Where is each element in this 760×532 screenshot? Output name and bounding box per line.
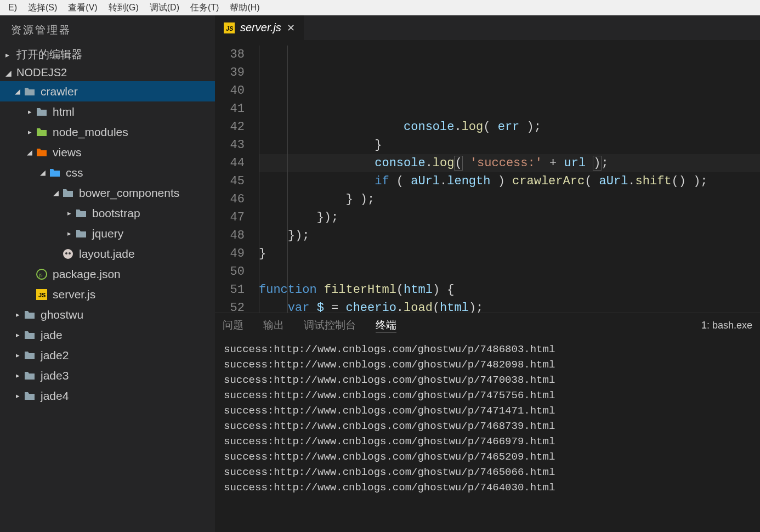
js-icon: JS xyxy=(224,22,235,33)
editor-area: JS server.js ✕ 3839404142434445464748495… xyxy=(215,15,760,532)
panel-tab-0[interactable]: 问题 xyxy=(223,318,243,332)
folder-icon xyxy=(61,188,75,198)
line-number: 48 xyxy=(215,227,245,245)
terminal-selector[interactable]: 1: bash.exe xyxy=(701,320,752,331)
tree-item-label: bootstrap xyxy=(92,207,140,220)
json-node-icon: js xyxy=(35,269,48,280)
code-line[interactable]: console.log( err ); xyxy=(259,118,760,136)
folder-icon xyxy=(75,229,88,239)
panel-tab-3[interactable]: 终端 xyxy=(376,318,396,333)
tree-item-crawler[interactable]: ◢crawler xyxy=(0,81,215,101)
js-icon: JS xyxy=(35,289,48,300)
folder-node-icon xyxy=(35,127,48,137)
tree-item-label: bower_components xyxy=(79,186,179,200)
code-line[interactable]: }); xyxy=(259,227,760,245)
tree-item-label: views xyxy=(53,146,82,159)
chevron-right-icon: ▸ xyxy=(24,128,35,136)
close-icon[interactable]: ✕ xyxy=(287,22,295,34)
chevron-right-icon: ▸ xyxy=(5,50,16,59)
line-number: 46 xyxy=(215,190,245,208)
tree-item-label: jade xyxy=(41,329,63,342)
chevron-down-icon: ◢ xyxy=(5,69,16,77)
terminal-output[interactable]: success:http://www.cnblogs.com/ghostwu/p… xyxy=(215,337,760,532)
chevron-right-icon: ▸ xyxy=(12,371,23,380)
tree-item-jade2[interactable]: ▸jade2 xyxy=(0,345,215,365)
tree-item-jade3[interactable]: ▸jade3 xyxy=(0,365,215,386)
tree-item-label: node_modules xyxy=(53,126,128,139)
tree-item-label: crawler xyxy=(41,85,78,98)
code-line[interactable]: if ( aUrl.length ) crawlerArc( aUrl.shif… xyxy=(259,172,760,190)
tree-item-label: jade3 xyxy=(41,369,69,382)
tree-item-server-js[interactable]: JSserver.js xyxy=(0,284,215,304)
chevron-right-icon: ▸ xyxy=(12,392,23,400)
folder-open-icon xyxy=(23,87,36,97)
tree-item-label: package.json xyxy=(53,268,121,281)
code-line[interactable]: console.log( 'success:' + url ); xyxy=(259,154,760,172)
open-editors-label: 打开的编辑器 xyxy=(16,47,82,62)
tree-item-label: html xyxy=(53,105,75,118)
menu-item[interactable]: 选择(S) xyxy=(22,2,63,14)
line-number: 41 xyxy=(215,100,245,118)
line-number: 42 xyxy=(215,118,245,136)
panel-tab-2[interactable]: 调试控制台 xyxy=(304,318,356,332)
chevron-down-icon: ◢ xyxy=(12,87,23,95)
chevron-right-icon: ▸ xyxy=(24,107,35,116)
svg-text:JS: JS xyxy=(226,25,234,32)
line-number: 50 xyxy=(215,263,245,281)
tree-item-layout-jade[interactable]: layout.jade xyxy=(0,244,215,264)
folder-icon xyxy=(23,391,36,401)
line-number: 45 xyxy=(215,172,245,190)
menu-item[interactable]: 查看(V) xyxy=(63,2,103,14)
chevron-down-icon: ◢ xyxy=(37,168,48,177)
line-number: 51 xyxy=(215,281,245,299)
code-content[interactable]: console.log( err ); } console.log( 'succ… xyxy=(259,40,760,313)
line-number: 52 xyxy=(215,299,245,313)
tree-item-jade[interactable]: ▸jade xyxy=(0,325,215,345)
tree-item-views[interactable]: ◢views xyxy=(0,142,215,162)
tree-item-node_modules[interactable]: ▸node_modules xyxy=(0,122,215,142)
tree-item-label: server.js xyxy=(53,288,95,301)
tree-item-css[interactable]: ◢css xyxy=(0,162,215,183)
tree-item-html[interactable]: ▸html xyxy=(0,101,215,122)
tree-item-bower_components[interactable]: ◢bower_components xyxy=(0,183,215,203)
file-tree: ◢crawler▸html▸node_modules◢views◢css◢bow… xyxy=(0,81,215,406)
tree-item-bootstrap[interactable]: ▸bootstrap xyxy=(0,203,215,223)
jade-icon xyxy=(61,248,75,259)
folder-icon xyxy=(23,371,36,381)
code-line[interactable]: } ); xyxy=(259,190,760,208)
chevron-down-icon: ◢ xyxy=(24,148,35,156)
tab-server-js[interactable]: JS server.js ✕ xyxy=(215,15,304,40)
code-line[interactable]: function filterHtml(html) { xyxy=(259,281,760,299)
code-line[interactable]: var $ = cheerio.load(html); xyxy=(259,299,760,313)
tree-item-ghostwu[interactable]: ▸ghostwu xyxy=(0,304,215,325)
tree-item-label: jquery xyxy=(92,227,123,240)
chevron-down-icon: ◢ xyxy=(50,189,61,197)
code-line[interactable]: } xyxy=(259,136,760,154)
menu-item[interactable]: E) xyxy=(3,3,22,13)
bottom-panel: 问题输出调试控制台终端1: bash.exe success:http://ww… xyxy=(215,313,760,532)
code-line[interactable] xyxy=(259,263,760,281)
code-line[interactable]: } xyxy=(259,245,760,263)
project-label: NODEJS2 xyxy=(16,66,67,79)
line-number: 38 xyxy=(215,46,245,64)
line-number: 43 xyxy=(215,136,245,154)
open-editors-section[interactable]: ▸ 打开的编辑器 xyxy=(0,45,215,64)
panel-tabs: 问题输出调试控制台终端1: bash.exe xyxy=(215,313,760,337)
menu-item[interactable]: 任务(T) xyxy=(185,2,224,14)
folder-icon xyxy=(75,208,88,218)
code-editor[interactable]: 383940414243444546474849505152 console.l… xyxy=(215,40,760,313)
menu-item[interactable]: 帮助(H) xyxy=(224,2,265,14)
line-gutter: 383940414243444546474849505152 xyxy=(215,40,259,313)
menu-item[interactable]: 调试(D) xyxy=(144,2,185,14)
tree-item-jquery[interactable]: ▸jquery xyxy=(0,223,215,244)
svg-text:js: js xyxy=(38,272,43,278)
explorer-title: 资源管理器 xyxy=(0,15,215,45)
code-line[interactable]: }); xyxy=(259,208,760,227)
project-section[interactable]: ◢ NODEJS2 xyxy=(0,64,215,81)
panel-tab-1[interactable]: 输出 xyxy=(263,318,284,332)
tree-item-package-json[interactable]: jspackage.json xyxy=(0,264,215,284)
tree-item-jade4[interactable]: ▸jade4 xyxy=(0,386,215,406)
menu-item[interactable]: 转到(G) xyxy=(103,2,144,14)
svg-text:JS: JS xyxy=(38,292,46,298)
svg-point-1 xyxy=(65,252,67,254)
